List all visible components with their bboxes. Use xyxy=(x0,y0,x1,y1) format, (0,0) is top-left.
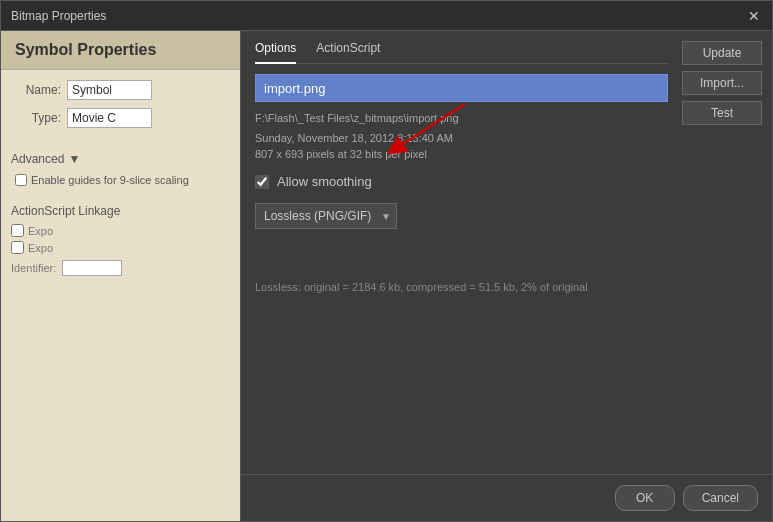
expo-row-2: Expo xyxy=(11,241,230,254)
allow-smoothing-label: Allow smoothing xyxy=(277,174,372,189)
expo-checkbox-2[interactable] xyxy=(11,241,24,254)
type-row: Type: xyxy=(11,108,230,128)
left-panel: Symbol Properties Name: Type: Advanced ▼ xyxy=(1,31,241,521)
type-input[interactable] xyxy=(67,108,152,128)
enable-guides-checkbox[interactable] xyxy=(15,174,27,186)
update-button[interactable]: Update xyxy=(682,41,762,65)
tabs-bar: Options ActionScript xyxy=(255,41,668,64)
right-panel: Options ActionScript F:\Flash\_Test File… xyxy=(241,31,682,306)
allow-smoothing-checkbox[interactable] xyxy=(255,175,269,189)
advanced-label: Advanced xyxy=(11,152,64,166)
right-buttons: Update Import... Test xyxy=(682,31,772,474)
title-bar: Bitmap Properties ✕ xyxy=(1,1,772,31)
cancel-button[interactable]: Cancel xyxy=(683,485,758,511)
test-button[interactable]: Test xyxy=(682,101,762,125)
import-button[interactable]: Import... xyxy=(682,71,762,95)
symbol-form: Name: Type: xyxy=(1,70,240,146)
compression-select-wrapper: Lossless (PNG/GIF) Lossy (JPEG) ▼ xyxy=(255,203,397,229)
compression-select[interactable]: Lossless (PNG/GIF) Lossy (JPEG) xyxy=(255,203,397,229)
compression-row: Lossless (PNG/GIF) Lossy (JPEG) ▼ xyxy=(255,203,668,229)
ok-button[interactable]: OK xyxy=(615,485,675,511)
dialog-footer: OK Cancel xyxy=(241,474,772,521)
name-input[interactable] xyxy=(67,80,152,100)
filename-input[interactable] xyxy=(255,74,668,102)
lossless-info: Lossless: original = 2184.6 kb, compress… xyxy=(255,279,668,296)
right-main: Options ActionScript F:\Flash\_Test File… xyxy=(241,31,682,474)
actionscript-linkage-title: ActionScript Linkage xyxy=(11,204,230,218)
enable-guides-label: Enable guides for 9-slice scaling xyxy=(31,174,189,186)
name-row: Name: xyxy=(11,80,230,100)
expo-row-1: Expo xyxy=(11,224,230,237)
tab-options[interactable]: Options xyxy=(255,41,296,64)
right-area: Options ActionScript F:\Flash\_Test File… xyxy=(241,31,772,521)
right-content: Options ActionScript F:\Flash\_Test File… xyxy=(241,31,772,474)
enable-guides-row: Enable guides for 9-slice scaling xyxy=(15,174,230,186)
identifier-row: Identifier: xyxy=(11,260,230,276)
advanced-toggle[interactable]: Advanced ▼ xyxy=(11,152,230,166)
expo-label-1: Expo xyxy=(28,225,53,237)
file-path: F:\Flash\_Test Files\z_bitmaps\import.pn… xyxy=(255,112,668,124)
file-date: Sunday, November 18, 2012 8:15:40 AM xyxy=(255,132,668,144)
actionscript-section: ActionScript Linkage Expo Expo Identifie… xyxy=(1,200,240,280)
dialog-title: Bitmap Properties xyxy=(11,9,106,23)
symbol-properties-header: Symbol Properties xyxy=(1,31,240,70)
name-label: Name: xyxy=(11,83,61,97)
tab-actionscript[interactable]: ActionScript xyxy=(316,41,380,59)
type-label: Type: xyxy=(11,111,61,125)
close-button[interactable]: ✕ xyxy=(746,8,762,24)
file-dimensions: 807 x 693 pixels at 32 bits per pixel xyxy=(255,148,668,160)
expo-checkbox-1[interactable] xyxy=(11,224,24,237)
advanced-section: Advanced ▼ Enable guides for 9-slice sca… xyxy=(1,146,240,200)
identifier-label: Identifier: xyxy=(11,262,56,274)
identifier-input[interactable] xyxy=(62,260,122,276)
advanced-content: Enable guides for 9-slice scaling xyxy=(11,174,230,186)
dialog-body: Symbol Properties Name: Type: Advanced ▼ xyxy=(1,31,772,521)
advanced-arrow-icon: ▼ xyxy=(68,152,80,166)
bitmap-properties-dialog: Bitmap Properties ✕ Symbol Properties Na… xyxy=(0,0,773,522)
allow-smoothing-row: Allow smoothing xyxy=(255,174,668,189)
red-arrow-annotation xyxy=(335,94,535,154)
expo-label-2: Expo xyxy=(28,242,53,254)
